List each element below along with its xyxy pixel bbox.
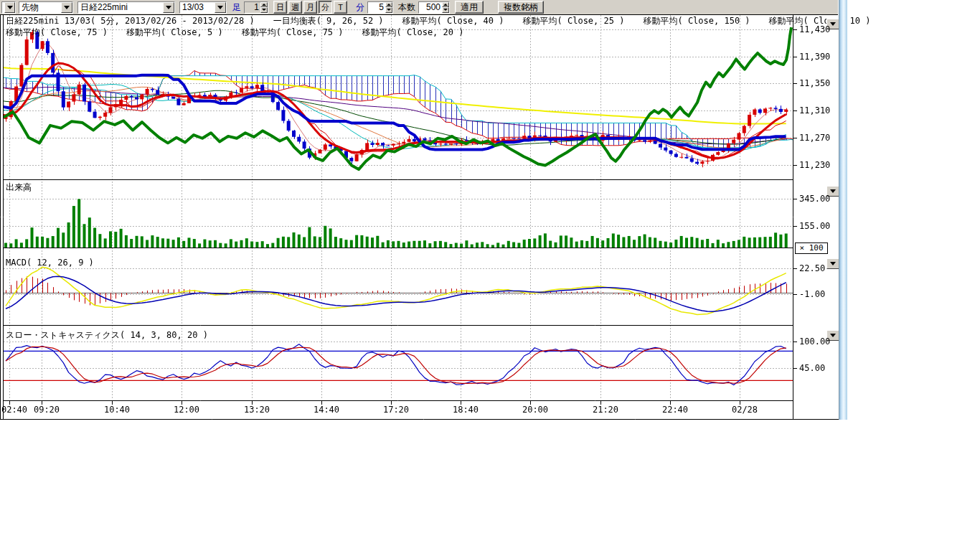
legend-item: 移動平均( Close, 5 ): [126, 27, 223, 37]
spinner-buttons: [385, 2, 392, 13]
price-axis-label: 11,350: [799, 79, 830, 88]
trading-chart-window: 先物 日経225mini 13/03 足 1 日 週 月 分 T 分 5: [0, 0, 980, 551]
time-axis-label: 14:40: [310, 405, 343, 415]
triangle-down-icon: [387, 9, 391, 11]
legend-item: 移動平均( Close, 150 ): [643, 16, 750, 26]
chevron-down-icon: [830, 22, 836, 26]
chevron-down-icon[interactable]: [4, 2, 15, 13]
period-tick-button[interactable]: T: [334, 1, 347, 14]
spin-down-button[interactable]: [260, 7, 268, 13]
period-minute-button[interactable]: 分: [319, 1, 332, 14]
time-axis-label: 17:20: [380, 405, 413, 415]
legend-item: 移動平均( Close, 25 ): [523, 16, 625, 26]
legend-item: 一目均衡表( 9, 26, 52 ): [273, 16, 384, 26]
chart-canvas[interactable]: [0, 0, 980, 551]
price-axis-label: 11,270: [799, 133, 830, 142]
legend-item: 日経225mini 13/03( 5分, 2013/02/26 - 2013/0…: [6, 16, 255, 26]
time-axis-label: 09:20: [30, 405, 63, 415]
ashi-count-value: 1: [245, 2, 260, 13]
price-axis-label: 11,230: [799, 161, 830, 169]
chevron-down-icon[interactable]: [61, 2, 72, 13]
macd-panel-menu-button[interactable]: [826, 258, 839, 269]
symbol-combo[interactable]: 日経225mini: [77, 1, 175, 14]
triangle-down-icon: [262, 9, 266, 11]
spin-down-button[interactable]: [442, 7, 449, 13]
time-axis-label: 02:40: [0, 405, 31, 415]
multi-symbol-button[interactable]: 複数銘柄: [498, 1, 544, 14]
legend-item: 移動平均( Close, 75 ): [6, 27, 108, 37]
time-axis-label: 18:40: [449, 405, 482, 415]
chevron-down-icon[interactable]: [163, 2, 174, 13]
spin-down-button[interactable]: [385, 7, 392, 13]
triangle-down-icon: [443, 9, 448, 11]
bars-value: 500: [419, 2, 442, 13]
macd-panel-title: MACD( 12, 26, 9 ): [6, 258, 94, 268]
stoch-panel-title: スロー・ストキャスティクス( 14, 3, 80, 20 ): [6, 330, 208, 340]
symbol-combo-value: 日経225mini: [78, 2, 163, 13]
chevron-down-icon: [217, 6, 223, 9]
minute-value: 5: [368, 2, 385, 13]
legend-item: 移動平均( Close, 75 ): [242, 27, 344, 37]
legend-row-2: 移動平均( Close, 75 )移動平均( Close, 5 )移動平均( C…: [6, 27, 482, 37]
category-combo[interactable]: 先物: [19, 1, 73, 14]
spin-up-button[interactable]: [260, 2, 268, 8]
time-axis-label: 02/28: [728, 405, 761, 415]
macd-axis-label: 22.50: [799, 264, 825, 273]
chevron-down-icon: [830, 189, 836, 193]
chevron-down-icon: [166, 6, 171, 9]
category-combo-value: 先物: [19, 2, 61, 13]
macd-axis-label: -1.00: [799, 290, 825, 298]
price-axis-label: 11,390: [799, 52, 830, 61]
stoch-axis-label: 45.00: [799, 364, 825, 372]
vertical-scrollbar[interactable]: [839, 0, 847, 420]
period-month-button[interactable]: 月: [303, 1, 317, 14]
time-axis-label: 22:40: [659, 405, 692, 415]
contract-combo[interactable]: 13/03: [179, 1, 227, 14]
time-axis-label: 10:40: [100, 405, 133, 415]
triangle-up-icon: [387, 4, 391, 6]
ashi-label: 足: [232, 1, 241, 14]
minute-spinner[interactable]: 5: [367, 1, 393, 14]
volume-axis-label: 155.00: [799, 222, 830, 230]
spin-up-button[interactable]: [442, 2, 449, 8]
spinner-buttons: [442, 2, 449, 13]
legend-row-1: 日経225mini 13/03( 5分, 2013/02/26 - 2013/0…: [6, 16, 890, 26]
chevron-down-icon: [64, 6, 70, 9]
time-axis-label: 12:00: [170, 405, 203, 415]
legend-item: 移動平均( Close, 40 ): [402, 16, 504, 26]
spinner-buttons: [260, 2, 268, 13]
stoch-axis-label: 100.00: [799, 337, 830, 346]
chevron-down-icon: [830, 334, 836, 337]
volume-panel-title: 出来高: [6, 182, 32, 192]
chevron-down-icon: [830, 262, 836, 265]
volume-multiplier-box: × 100: [795, 242, 828, 254]
volume-axis-label: 345.00: [799, 194, 830, 203]
price-axis-label: 11,310: [799, 106, 830, 115]
time-axis-label: 13:20: [240, 405, 273, 415]
period-day-button[interactable]: 日: [273, 1, 287, 14]
legend-item: 移動平均( Close, 20 ): [362, 27, 464, 37]
spin-up-button[interactable]: [385, 2, 392, 8]
time-axis-label: 21:20: [589, 405, 622, 415]
bars-label: 本数: [398, 1, 415, 14]
time-axis-label: 20:00: [519, 405, 552, 415]
price-axis-label: 11,430: [799, 25, 830, 34]
mini-combo[interactable]: [1, 1, 16, 14]
minute-label: 分: [356, 1, 364, 14]
ashi-count-spinner[interactable]: 1: [244, 1, 268, 14]
apply-button[interactable]: 適用: [455, 1, 484, 14]
chevron-down-icon: [7, 6, 13, 9]
bars-spinner[interactable]: 500: [418, 1, 450, 14]
triangle-up-icon: [443, 4, 448, 6]
chevron-down-icon[interactable]: [215, 2, 226, 13]
triangle-up-icon: [262, 4, 266, 6]
period-week-button[interactable]: 週: [288, 1, 302, 14]
contract-combo-value: 13/03: [180, 2, 215, 13]
toolbar: 先物 日経225mini 13/03 足 1 日 週 月 分 T 分 5: [0, 0, 838, 14]
